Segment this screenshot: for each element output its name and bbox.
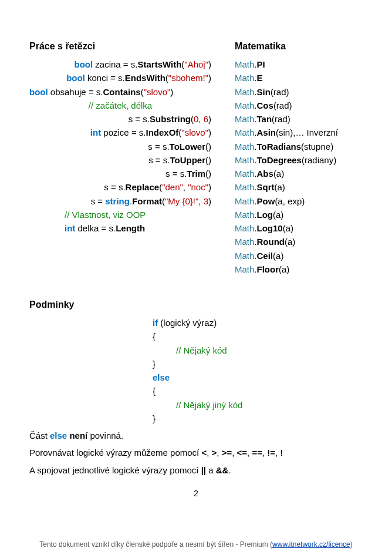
- math-column: Matematika Math.PI Math.E Math.Sin(rad) …: [235, 41, 363, 276]
- code-line: Math.Ceil(a): [235, 249, 363, 263]
- code-line: Math.Pow(a, exp): [235, 194, 363, 208]
- code-line: bool konci = s.EndsWith("sbohem!"): [29, 71, 211, 85]
- code-line: }: [153, 357, 363, 371]
- code-line: Math.ToRadians(stupne): [235, 140, 363, 153]
- code-line: {: [153, 329, 363, 343]
- code-line: Math.Log(a): [235, 208, 363, 221]
- code-line: Math.ToDegrees(radiany): [235, 153, 363, 167]
- paragraph: Porovnávat logické výrazy můžeme pomocí …: [29, 446, 363, 459]
- code-line: }: [153, 412, 363, 425]
- code-line: Math.Asin(sin),… Inverzní: [235, 126, 363, 139]
- code-comment: // začátek, délka: [29, 99, 211, 112]
- page-number: 2: [29, 489, 363, 498]
- code-line: {: [153, 384, 363, 398]
- footer-text: Tento dokument vznikl díky členské podpo…: [39, 540, 272, 549]
- code-line: bool obsahuje = s.Contains("slovo"): [29, 85, 211, 99]
- math-code-block: Math.PI Math.E Math.Sin(rad) Math.Cos(ra…: [235, 58, 363, 276]
- conditions-section: Podmínky if (logický výraz) { // Nějaký …: [29, 300, 363, 477]
- code-line: Math.PI: [235, 58, 363, 71]
- code-line: Math.Log10(a): [235, 221, 363, 235]
- heading-strings: Práce s řetězci: [29, 41, 211, 52]
- code-line: int delka = s.Length: [29, 221, 211, 235]
- code-line: s = s.Replace("den", "noc"): [29, 180, 211, 194]
- heading-math: Matematika: [235, 41, 363, 52]
- code-comment: // Vlastnost, viz OOP: [29, 208, 211, 221]
- strings-column: Práce s řetězci bool zacina = s.StartsWi…: [29, 41, 211, 276]
- code-line: Math.Round(a): [235, 235, 363, 248]
- strings-code-block: bool zacina = s.StartsWith("Ahoj") bool …: [29, 58, 211, 235]
- code-line: else: [153, 371, 363, 384]
- code-line: s = s.Trim(): [29, 167, 211, 180]
- code-line: if (logický výraz): [153, 316, 363, 329]
- footer: Tento dokument vznikl díky členské podpo…: [0, 540, 392, 555]
- code-line: Math.Tan(rad): [235, 112, 363, 126]
- code-line: bool zacina = s.StartsWith("Ahoj"): [29, 58, 211, 71]
- two-column-layout: Práce s řetězci bool zacina = s.StartsWi…: [29, 41, 363, 276]
- code-line: s = string.Format("My {0}!", 3): [29, 194, 211, 208]
- code-comment: // Nějaký kód: [153, 344, 363, 357]
- conditions-code-block: if (logický výraz) { // Nějaký kód } els…: [153, 316, 363, 425]
- code-comment: // Nějaký jiný kód: [153, 398, 363, 412]
- code-line: s = s.ToLower(): [29, 140, 211, 153]
- code-line: Math.Sin(rad): [235, 85, 363, 99]
- heading-conditions: Podmínky: [29, 300, 363, 310]
- code-line: s = s.ToUpper(): [29, 153, 211, 167]
- code-line: Math.Abs(a): [235, 167, 363, 180]
- code-line: Math.Cos(rad): [235, 99, 363, 112]
- code-line: Math.Floor(a): [235, 263, 363, 276]
- code-line: int pozice = s.IndexOf("slovo"): [29, 126, 211, 139]
- document-page: Práce s řetězci bool zacina = s.StartsWi…: [0, 0, 392, 523]
- code-line: s = s.Substring(0, 6): [29, 112, 211, 126]
- paragraph: Část else není povinná.: [29, 429, 363, 442]
- code-line: Math.Sqrt(a): [235, 180, 363, 194]
- code-line: Math.E: [235, 71, 363, 85]
- paragraph: A spojovat jednotlivé logické výrazy pom…: [29, 463, 363, 477]
- footer-link[interactable]: www.itnetwork.cz/licence: [272, 540, 350, 549]
